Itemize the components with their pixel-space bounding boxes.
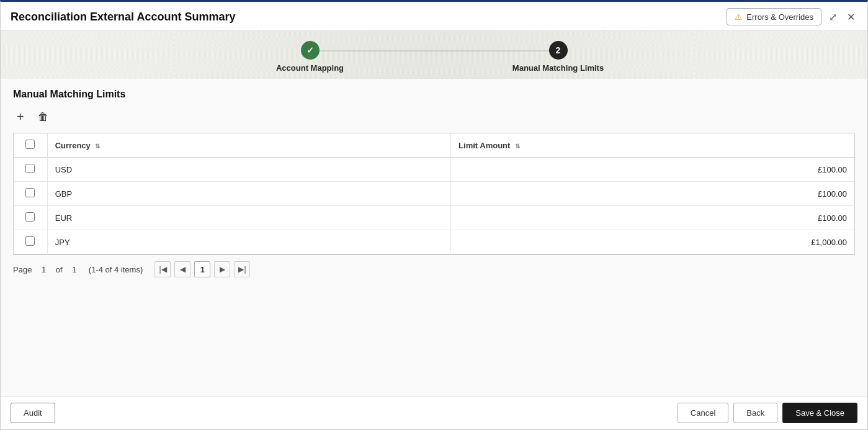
table-row: USD £100.00 xyxy=(14,158,854,182)
row-checkbox-1[interactable] xyxy=(25,188,35,197)
warning-icon: ⚠ xyxy=(735,12,743,22)
delete-icon: 🗑 xyxy=(38,111,48,123)
add-icon: + xyxy=(17,110,24,124)
table-row: EUR £100.00 xyxy=(14,206,854,230)
items-info: (1-4 of 4 items) xyxy=(89,265,143,274)
step-circle-1: ✓ xyxy=(301,41,320,60)
modal-container: Reconciliation External Account Summary … xyxy=(0,0,868,430)
table-row: GBP £100.00 xyxy=(14,182,854,206)
row-select-cell-2 xyxy=(14,206,47,230)
step-circle-2: 2 xyxy=(549,41,568,60)
total-pages: 1 xyxy=(72,265,76,274)
table-row: JPY £1,000.00 xyxy=(14,230,854,254)
audit-button[interactable]: Audit xyxy=(11,403,55,423)
errors-overrides-button[interactable]: ⚠ Errors & Overrides xyxy=(727,8,821,25)
row-limit-amount-1: £100.00 xyxy=(451,182,854,206)
expand-icon: ⤢ xyxy=(829,11,837,23)
row-checkbox-2[interactable] xyxy=(25,212,35,222)
stepper: ✓ Account Mapping 2 Manual Matching Limi… xyxy=(186,41,682,73)
row-checkbox-3[interactable] xyxy=(25,236,35,246)
page-label: Page xyxy=(13,265,32,274)
col-select xyxy=(14,133,47,158)
errors-button-label: Errors & Overrides xyxy=(746,12,813,22)
col-currency: Currency ⇅ xyxy=(47,133,450,158)
section-title: Manual Matching Limits xyxy=(13,89,855,100)
row-select-cell-3 xyxy=(14,230,47,254)
row-currency-3: JPY xyxy=(47,230,450,254)
row-select-cell-0 xyxy=(14,158,47,182)
modal-content: Manual Matching Limits + 🗑 Currency xyxy=(1,79,867,396)
current-page-display: 1 xyxy=(194,261,210,277)
step-line-1 xyxy=(310,50,558,52)
back-button[interactable]: Back xyxy=(733,403,777,423)
expand-button[interactable]: ⤢ xyxy=(826,9,839,25)
of-label: of xyxy=(56,265,63,274)
data-table: Currency ⇅ Limit Amount ⇅ USD £100. xyxy=(13,133,855,255)
currency-sort-icon[interactable]: ⇅ xyxy=(95,143,100,150)
last-page-button[interactable]: ▶| xyxy=(234,261,250,277)
row-select-cell-1 xyxy=(14,182,47,206)
modal-header: Reconciliation External Account Summary … xyxy=(1,2,867,31)
row-limit-amount-2: £100.00 xyxy=(451,206,854,230)
stepper-container: ✓ Account Mapping 2 Manual Matching Limi… xyxy=(1,31,867,79)
pagination-bar: Page 1 of 1 (1-4 of 4 items) |◀ ◀ 1 ▶ ▶| xyxy=(13,255,855,282)
add-button[interactable]: + xyxy=(13,109,28,125)
step-account-mapping: ✓ Account Mapping xyxy=(186,41,434,73)
save-close-button[interactable]: Save & Close xyxy=(782,403,857,423)
modal-title: Reconciliation External Account Summary xyxy=(11,11,235,24)
toolbar: + 🗑 xyxy=(13,109,855,125)
row-limit-amount-3: £1,000.00 xyxy=(451,230,854,254)
row-currency-1: GBP xyxy=(47,182,450,206)
close-icon: ✕ xyxy=(847,11,855,23)
page-number: 1 xyxy=(42,265,46,274)
next-page-button[interactable]: ▶ xyxy=(214,261,230,277)
row-limit-amount-0: £100.00 xyxy=(451,158,854,182)
cancel-button[interactable]: Cancel xyxy=(678,403,728,423)
footer-right: Cancel Back Save & Close xyxy=(678,403,857,423)
row-checkbox-0[interactable] xyxy=(25,164,35,173)
step-label-2: Manual Matching Limits xyxy=(512,63,604,73)
delete-button[interactable]: 🗑 xyxy=(34,110,52,125)
col-limit-amount: Limit Amount ⇅ xyxy=(451,133,854,158)
close-button[interactable]: ✕ xyxy=(844,9,857,25)
row-currency-2: EUR xyxy=(47,206,450,230)
header-right: ⚠ Errors & Overrides ⤢ ✕ xyxy=(727,8,857,25)
first-page-button[interactable]: |◀ xyxy=(154,261,171,277)
modal-footer: Audit Cancel Back Save & Close xyxy=(1,396,867,429)
limit-amount-sort-icon[interactable]: ⇅ xyxy=(515,143,520,150)
row-currency-0: USD xyxy=(47,158,450,182)
select-all-checkbox[interactable] xyxy=(25,140,35,149)
step-label-1: Account Mapping xyxy=(276,63,344,73)
prev-page-button[interactable]: ◀ xyxy=(174,261,190,277)
footer-left: Audit xyxy=(11,403,55,423)
step-manual-matching: 2 Manual Matching Limits xyxy=(434,41,682,73)
